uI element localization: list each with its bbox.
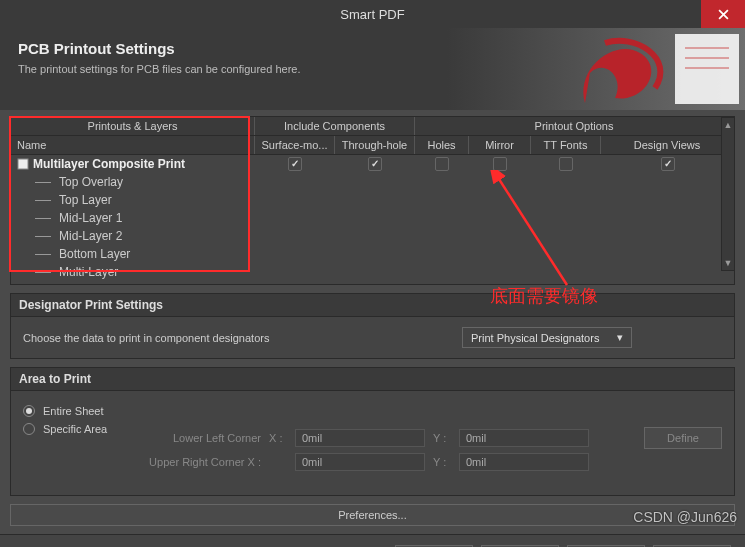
checkbox-design[interactable] xyxy=(661,157,675,171)
checkbox-surface[interactable] xyxy=(288,157,302,171)
annotation-text: 底面需要镜像 xyxy=(490,284,598,308)
subheader-surface[interactable]: Surface-mo... xyxy=(255,136,335,154)
watermark: CSDN @Jun626 xyxy=(633,509,737,525)
grid-top-headers: Printouts & Layers Include Components Pr… xyxy=(10,116,735,136)
upper-right-y-input[interactable] xyxy=(459,453,589,471)
grid-body: Multilayer Composite Print Top Overlay T… xyxy=(10,155,735,285)
checkbox-through[interactable] xyxy=(368,157,382,171)
lower-left-label: Lower Left Corner xyxy=(131,432,261,444)
svg-rect-4 xyxy=(18,159,28,169)
subheader-holes[interactable]: Holes xyxy=(415,136,469,154)
entire-sheet-label: Entire Sheet xyxy=(43,405,104,417)
designator-dropdown[interactable]: Print Physical Designators ▾ xyxy=(462,327,632,348)
radio-entire-sheet[interactable] xyxy=(23,405,35,417)
grid-sub-headers: Name Surface-mo... Through-hole Holes Mi… xyxy=(10,136,735,155)
radio-specific-area[interactable] xyxy=(23,423,35,435)
window-title: Smart PDF xyxy=(0,7,745,22)
designator-header: Designator Print Settings xyxy=(10,293,735,317)
subheader-design[interactable]: Design Views xyxy=(601,136,734,154)
titlebar: Smart PDF xyxy=(0,0,745,28)
layer-row[interactable]: Top Overlay xyxy=(11,173,734,191)
define-button[interactable]: Define xyxy=(644,427,722,449)
subheader-tt[interactable]: TT Fonts xyxy=(531,136,601,154)
preferences-button[interactable]: Preferences... xyxy=(10,504,735,526)
printout-row-main[interactable]: Multilayer Composite Print xyxy=(11,155,734,173)
area-header: Area to Print xyxy=(10,367,735,391)
chevron-down-icon: ▾ xyxy=(617,331,623,344)
pdf-logo-art xyxy=(545,28,745,110)
layer-row[interactable]: Bottom Layer xyxy=(11,245,734,263)
close-icon xyxy=(718,9,729,20)
close-button[interactable] xyxy=(701,0,745,28)
lower-left-y-input[interactable] xyxy=(459,429,589,447)
scroll-up-icon[interactable]: ▲ xyxy=(722,118,734,132)
designator-label: Choose the data to print in component de… xyxy=(23,332,269,344)
checkbox-tt[interactable] xyxy=(559,157,573,171)
page-icon xyxy=(17,158,29,170)
layer-row[interactable]: Multi-Layer xyxy=(11,263,734,281)
svg-rect-0 xyxy=(675,34,739,104)
header-options: Printout Options xyxy=(415,117,734,135)
subheader-mirror[interactable]: Mirror xyxy=(469,136,531,154)
checkbox-mirror[interactable] xyxy=(493,157,507,171)
printout-name: Multilayer Composite Print xyxy=(33,157,185,171)
footer: Cancel Back Next Finish xyxy=(0,534,745,547)
vertical-scrollbar[interactable]: ▲ ▼ xyxy=(721,117,735,271)
lower-left-x-input[interactable] xyxy=(295,429,425,447)
upper-right-label: Upper Right Corner X : xyxy=(131,456,261,468)
banner: PCB Printout Settings The printout setti… xyxy=(0,28,745,110)
specific-area-label: Specific Area xyxy=(43,423,123,435)
scroll-down-icon[interactable]: ▼ xyxy=(722,256,734,270)
upper-right-x-input[interactable] xyxy=(295,453,425,471)
checkbox-holes[interactable] xyxy=(435,157,449,171)
subheader-through[interactable]: Through-hole xyxy=(335,136,415,154)
header-printouts: Printouts & Layers xyxy=(11,117,255,135)
layer-row[interactable]: Mid-Layer 2 xyxy=(11,227,734,245)
subheader-name[interactable]: Name xyxy=(11,136,255,154)
layer-row[interactable]: Top Layer xyxy=(11,191,734,209)
header-include: Include Components xyxy=(255,117,415,135)
layer-row[interactable]: Mid-Layer 1 xyxy=(11,209,734,227)
